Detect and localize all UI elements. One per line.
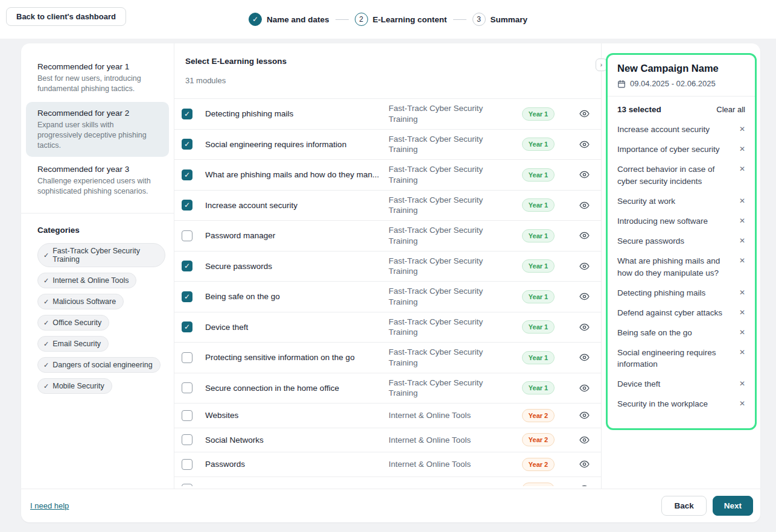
eye-icon[interactable] [579, 261, 590, 271]
stepper-step[interactable]: ✓ 1 Name and dates [249, 13, 329, 26]
lesson-checkbox[interactable]: ✓ [182, 484, 192, 486]
lesson-row[interactable]: ✓ Increase account security Fast-Track C… [174, 190, 601, 221]
remove-item-icon[interactable]: ✕ [739, 287, 745, 297]
eye-icon[interactable] [579, 169, 590, 180]
lesson-row[interactable]: ✓ Social Networks Internet & Online Tool… [174, 428, 601, 452]
step-connector [336, 19, 349, 20]
check-icon: ✓ [43, 361, 49, 369]
eye-icon[interactable] [579, 459, 590, 469]
eye-icon[interactable] [579, 484, 590, 486]
category-chip[interactable]: ✓ Internet & Online Tools [37, 273, 136, 288]
eye-icon[interactable] [579, 139, 590, 150]
stepper-step[interactable]: ✓ 2 E-Learning content [355, 13, 447, 26]
clear-all-button[interactable]: Clear all [716, 105, 745, 114]
campaign-date-range: 09.04.2025 - 02.06.2025 [630, 79, 716, 88]
remove-item-icon[interactable]: ✕ [739, 378, 745, 388]
recommendation-item[interactable]: Recommended for year 1 Best for new user… [26, 55, 169, 101]
lesson-title: Secure passwords [205, 262, 389, 271]
category-chip[interactable]: ✓ Email Security [37, 336, 109, 352]
lesson-checkbox[interactable]: ✓ [182, 410, 192, 421]
lesson-row[interactable]: ✓ Secure passwords Fast-Track Cyber Secu… [174, 251, 601, 282]
category-chip[interactable]: ✓ Office Security [37, 315, 109, 331]
lesson-checkbox[interactable]: ✓ [182, 352, 192, 363]
selected-item-label: Device theft [617, 378, 739, 390]
lesson-checkbox[interactable]: ✓ [182, 459, 192, 470]
back-to-dashboard-button[interactable]: Back to client's dashboard [6, 7, 126, 26]
eye-icon[interactable] [579, 352, 590, 363]
eye-icon[interactable] [579, 322, 590, 332]
next-button[interactable]: Next [713, 496, 753, 516]
category-chip[interactable]: ✓ Fast-Track Cyber Security Training [37, 243, 165, 267]
remove-item-icon[interactable]: ✕ [739, 124, 745, 133]
remove-item-icon[interactable]: ✕ [739, 255, 745, 265]
eye-icon[interactable] [579, 410, 590, 420]
lesson-row[interactable]: ✓ Websites Internet & Online Tools Year … [174, 403, 601, 428]
eye-icon[interactable] [579, 291, 590, 302]
selected-item: Secure passwords ✕ [617, 235, 745, 247]
lesson-category: Fast-Track Cyber Security Training [389, 164, 509, 185]
preview-cell [567, 200, 601, 211]
lesson-checkbox[interactable]: ✓ [182, 169, 192, 180]
lesson-title: What are phishing mails and how do they … [205, 170, 389, 179]
selected-count: 13 selected [617, 105, 661, 114]
category-chip-label: Internet & Online Tools [52, 276, 129, 285]
recommendation-item[interactable]: Recommended for year 2 Expand user skill… [26, 102, 169, 157]
help-link[interactable]: I need help [30, 501, 69, 510]
lesson-title: Being safe on the go [205, 292, 389, 301]
remove-item-icon[interactable]: ✕ [739, 215, 745, 225]
year-badge: Year 1 [522, 259, 555, 273]
stepper-step[interactable]: ✓ 3 Summary [472, 13, 528, 26]
lesson-category: Internet & Online Tools [389, 410, 509, 421]
modules-count: 31 modules [185, 76, 590, 85]
lesson-checkbox[interactable]: ✓ [182, 200, 192, 211]
year-badge-cell: Year 1 [509, 168, 567, 182]
lesson-row[interactable]: ✓ Year 2 [174, 477, 601, 486]
year-badge-cell: Year 1 [509, 229, 567, 242]
eye-icon[interactable] [579, 200, 590, 211]
lesson-row[interactable]: ✓ Passwords Internet & Online Tools Year… [174, 452, 601, 477]
lesson-row[interactable]: ✓ Secure connection in the home office F… [174, 373, 601, 404]
lesson-checkbox[interactable]: ✓ [182, 230, 192, 241]
lesson-checkbox[interactable]: ✓ [182, 139, 192, 150]
eye-icon[interactable] [579, 383, 590, 393]
check-icon: ✓ [184, 323, 190, 331]
lesson-row[interactable]: ✓ Social engineering requires informatio… [174, 129, 601, 160]
lesson-row[interactable]: ✓ Protecting sensitive information on th… [174, 342, 601, 373]
lesson-row[interactable]: ✓ Being safe on the go Fast-Track Cyber … [174, 281, 601, 312]
lesson-checkbox[interactable]: ✓ [182, 261, 192, 271]
back-button[interactable]: Back [661, 496, 706, 516]
lesson-row[interactable]: ✓ Device theft Fast-Track Cyber Security… [174, 312, 601, 343]
lesson-checkbox[interactable]: ✓ [182, 321, 192, 332]
eye-icon[interactable] [579, 230, 590, 241]
selected-item: Social engineering requires information … [617, 347, 745, 370]
eye-icon[interactable] [579, 109, 590, 119]
selected-item-label: Increase account security [617, 124, 739, 136]
remove-item-icon[interactable]: ✕ [739, 235, 745, 245]
recommendation-item[interactable]: Recommended for year 3 Challenge experie… [26, 158, 169, 203]
lesson-checkbox[interactable]: ✓ [182, 109, 192, 119]
category-chip[interactable]: ✓ Malicious Software [37, 294, 124, 309]
selected-item: Device theft ✕ [617, 378, 745, 390]
lesson-checkbox[interactable]: ✓ [182, 291, 192, 302]
step-label: Name and dates [267, 15, 329, 24]
remove-item-icon[interactable]: ✕ [739, 347, 745, 356]
remove-item-icon[interactable]: ✕ [739, 327, 745, 337]
eye-icon[interactable] [579, 435, 590, 445]
step-label: Summary [491, 15, 528, 24]
remove-item-icon[interactable]: ✕ [739, 144, 745, 153]
remove-item-icon[interactable]: ✕ [739, 398, 745, 408]
lesson-checkbox[interactable]: ✓ [182, 382, 192, 393]
category-chip[interactable]: ✓ Mobile Security [37, 378, 112, 394]
lesson-row[interactable]: ✓ What are phishing mails and how do the… [174, 159, 601, 190]
recommendation-description: Expand user skills with progressively de… [37, 120, 157, 151]
check-icon: ✓ [43, 252, 49, 259]
selected-item-label: Being safe on the go [617, 327, 739, 339]
lesson-row[interactable]: ✓ Password manager Fast-Track Cyber Secu… [174, 220, 601, 251]
remove-item-icon[interactable]: ✕ [739, 163, 745, 173]
remove-item-icon[interactable]: ✕ [739, 307, 745, 317]
recommendation-description: Best for new users, introducing fundamen… [37, 74, 157, 94]
lesson-row[interactable]: ✓ Detecting phishing mails Fast-Track Cy… [174, 98, 601, 129]
remove-item-icon[interactable]: ✕ [739, 195, 745, 205]
category-chip[interactable]: ✓ Dangers of social engineering [37, 357, 161, 373]
lesson-checkbox[interactable]: ✓ [182, 434, 192, 445]
